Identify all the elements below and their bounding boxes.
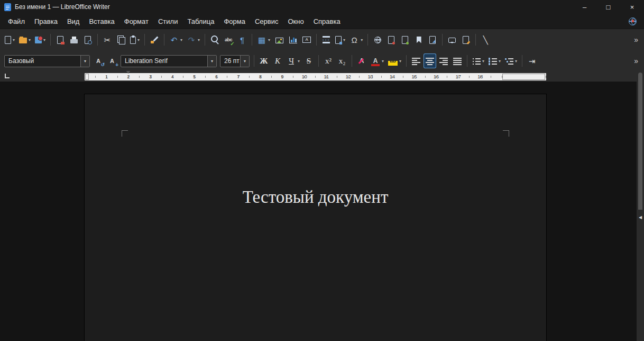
dropdown-arrow-icon[interactable]: ▾ [482, 59, 484, 64]
standard-toolbar-overflow-button[interactable]: » [631, 35, 641, 44]
increase-indent[interactable]: ⇥ [526, 53, 538, 68]
underline[interactable]: Ч▾ [285, 53, 301, 68]
clear-formatting[interactable]: A [355, 53, 368, 68]
paste[interactable]: ▾ [128, 32, 141, 47]
dropdown-arrow-icon[interactable]: ▾ [361, 38, 363, 42]
insert-footnote[interactable] [385, 32, 398, 47]
insert-page-break[interactable] [320, 32, 333, 47]
font-name-dropdown-icon[interactable]: ▾ [207, 56, 216, 67]
strikethrough[interactable]: S [302, 53, 315, 68]
export-pdf[interactable] [54, 32, 67, 47]
paragraph-style-dropdown-icon[interactable]: ▾ [80, 56, 89, 67]
insert-line[interactable]: ╲ [479, 32, 492, 47]
dropdown-arrow-icon[interactable]: ▾ [399, 59, 401, 64]
numbered-list[interactable]: ▾ [487, 53, 502, 68]
dropdown-arrow-icon[interactable]: ▾ [298, 59, 300, 64]
copy[interactable] [115, 32, 127, 47]
redo[interactable]: ↷▾ [185, 32, 201, 47]
bold[interactable]: Ж [257, 53, 270, 68]
spelling[interactable]: abc [222, 32, 235, 47]
font-name-value[interactable]: Liberation Serif [121, 56, 207, 67]
insert-textbox[interactable]: A [300, 32, 313, 47]
menu-item[interactable]: Файл [3, 15, 30, 28]
align-right[interactable] [437, 53, 450, 68]
font-size-dropdown-icon[interactable]: ▾ [240, 56, 249, 67]
menu-item[interactable]: Таблица [182, 15, 219, 28]
insert-chart[interactable] [287, 32, 299, 47]
dropdown-arrow-icon[interactable]: ▾ [13, 38, 15, 42]
dropdown-arrow-icon[interactable]: ▾ [29, 38, 31, 42]
document-page[interactable]: Тестовый документ [85, 94, 546, 341]
insert-bookmark[interactable] [412, 32, 425, 47]
font-color[interactable]: A▾ [369, 53, 385, 68]
formatting-marks[interactable]: ¶ [236, 32, 249, 47]
insert-hyperlink[interactable] [371, 32, 384, 47]
find-replace[interactable] [208, 32, 221, 47]
subscript[interactable]: x₂ [336, 53, 348, 68]
dropdown-arrow-icon[interactable]: ▾ [198, 38, 200, 42]
menu-item[interactable]: Формат [119, 15, 153, 28]
clone-formatting[interactable] [148, 32, 161, 47]
vertical-scrollbar[interactable] [637, 71, 644, 341]
dropdown-arrow-icon[interactable]: ▾ [43, 38, 45, 42]
insert-special-character[interactable]: Ω▾ [348, 32, 364, 47]
insert-table[interactable]: ▦▾ [255, 32, 272, 47]
align-center[interactable] [424, 53, 436, 68]
menu-item[interactable]: Правка [30, 15, 62, 28]
paragraph-style-combo[interactable]: Базовый ▾ [4, 55, 90, 67]
insert-field[interactable]: ▾ [334, 32, 347, 47]
insert-endnote[interactable] [399, 32, 411, 47]
sidebar-toggle-button[interactable]: ◀ [637, 210, 644, 225]
cut[interactable]: ✂ [101, 32, 114, 47]
dropdown-arrow-icon[interactable]: ▾ [137, 38, 140, 42]
superscript[interactable]: x² [322, 53, 335, 68]
insert-image[interactable] [273, 32, 286, 47]
insert-cross-reference[interactable] [426, 32, 439, 47]
titlebar[interactable]: Без имени 1 — LibreOffice Writer – □ × [0, 0, 644, 14]
formatting-toolbar-overflow-button[interactable]: » [631, 57, 641, 65]
menu-item[interactable]: Вид [62, 15, 85, 28]
menu-item[interactable]: Форма [219, 15, 250, 28]
menu-item[interactable]: Справка [309, 15, 345, 28]
font-name-combo[interactable]: Liberation Serif ▾ [121, 55, 217, 67]
print-preview[interactable] [81, 32, 94, 47]
menu-item[interactable]: Вставка [84, 15, 119, 28]
outline-list[interactable]: ▾ [503, 53, 519, 68]
highlight-color[interactable]: ab▾ [387, 53, 403, 68]
undo[interactable]: ↶▾ [168, 32, 184, 47]
dropdown-arrow-icon[interactable]: ▾ [180, 38, 182, 42]
menu-item[interactable]: Окно [283, 15, 308, 28]
minimize-button[interactable]: – [573, 0, 596, 14]
new-document[interactable]: ▾ [3, 32, 16, 47]
open[interactable]: ▾ [17, 32, 32, 47]
italic[interactable]: К [271, 53, 284, 68]
ruler-left-margin-marker[interactable] [85, 74, 89, 80]
font-size-combo[interactable]: 26 пт ▾ [220, 55, 250, 67]
maximize-button[interactable]: □ [596, 0, 620, 14]
new-style[interactable]: A [106, 53, 118, 68]
horizontal-ruler[interactable]: 123456789101112131415161718 [85, 73, 546, 80]
align-justify[interactable] [451, 53, 464, 68]
save[interactable]: ▾ [33, 32, 47, 47]
ruler-right-margin-marker[interactable] [502, 74, 545, 80]
vertical-scrollbar-thumb[interactable] [638, 73, 642, 211]
align-left[interactable] [410, 53, 422, 68]
language-globe-icon[interactable] [629, 17, 637, 25]
font-size-value[interactable]: 26 пт [220, 56, 240, 67]
document-heading-text[interactable]: Тестовый документ [85, 187, 546, 207]
dropdown-arrow-icon[interactable]: ▾ [499, 59, 501, 64]
insert-comment[interactable] [446, 32, 458, 47]
document-area[interactable]: Тестовый документ [0, 82, 637, 341]
menu-item[interactable]: Стили [153, 15, 182, 28]
print[interactable] [68, 32, 80, 47]
dropdown-arrow-icon[interactable]: ▾ [515, 59, 517, 64]
paragraph-style-value[interactable]: Базовый [5, 56, 80, 67]
dropdown-arrow-icon[interactable]: ▾ [343, 38, 345, 42]
dropdown-arrow-icon[interactable]: ▾ [268, 38, 270, 42]
close-button[interactable]: × [620, 0, 644, 14]
update-style[interactable]: A [92, 53, 105, 68]
menu-item[interactable]: Сервис [250, 15, 283, 28]
tab-stop-selector-icon[interactable] [5, 74, 10, 78]
dropdown-arrow-icon[interactable]: ▾ [382, 59, 384, 64]
bullet-list[interactable]: ▾ [471, 53, 486, 68]
